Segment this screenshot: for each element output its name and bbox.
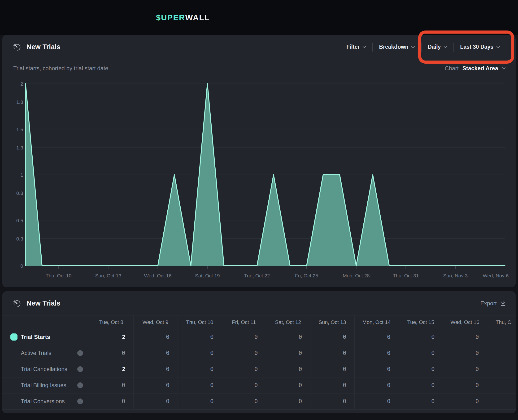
date-column-header: Thu, O bbox=[487, 316, 516, 329]
info-icon[interactable]: i bbox=[77, 398, 83, 404]
x-tick-label: Thu, Oct 10 bbox=[46, 273, 72, 278]
stacked-area-chart bbox=[2, 35, 516, 287]
superwall-logo[interactable]: $UPERWALL bbox=[156, 0, 210, 35]
table-header-row: Tue, Oct 8Wed, Oct 9Thu, Oct 10Fri, Oct … bbox=[2, 316, 516, 329]
logo-suffix: WALL bbox=[185, 13, 210, 22]
date-column-header: Wed, Oct 16 bbox=[443, 316, 487, 329]
value-cell bbox=[487, 377, 516, 393]
x-tick-label: Sat, Oct 19 bbox=[195, 273, 220, 278]
value-cell: 2 bbox=[89, 329, 133, 345]
new-trials-chart-card: New Trials Filter Breakdown Daily bbox=[2, 35, 516, 287]
y-tick-label: 0.3 bbox=[2, 236, 23, 242]
x-tick-label: Mon, Oct 28 bbox=[343, 273, 370, 278]
value-cell: 0 bbox=[222, 377, 266, 393]
value-cell: 0 bbox=[266, 361, 310, 377]
value-cell: 0 bbox=[222, 361, 266, 377]
value-cell: 0 bbox=[354, 329, 399, 345]
value-cell: 0 bbox=[354, 393, 399, 409]
y-tick-label: 1.5 bbox=[2, 127, 23, 132]
y-tick-label: 1.3 bbox=[2, 145, 23, 151]
metrics-table-wrap: Tue, Oct 8Wed, Oct 9Thu, Oct 10Fri, Oct … bbox=[2, 316, 516, 410]
value-cell: 0 bbox=[443, 393, 487, 409]
info-icon[interactable]: i bbox=[77, 366, 83, 372]
value-cell: 0 bbox=[133, 361, 178, 377]
table-card-header: New Trials Export bbox=[2, 291, 516, 315]
value-cell: 0 bbox=[178, 329, 222, 345]
value-cell: 0 bbox=[222, 393, 266, 409]
value-cell: 0 bbox=[222, 345, 266, 361]
x-tick-label: Sun, Oct 13 bbox=[95, 273, 121, 278]
value-cell: 0 bbox=[266, 377, 310, 393]
value-cell: 0 bbox=[89, 377, 133, 393]
x-tick-label: Sun, Nov 3 bbox=[443, 273, 468, 278]
value-cell: 0 bbox=[310, 393, 354, 409]
date-column-header: Tue, Oct 8 bbox=[89, 316, 133, 329]
x-tick-label: Fri, Oct 25 bbox=[295, 273, 318, 278]
value-cell bbox=[487, 329, 516, 345]
date-column-header: Sat, Oct 12 bbox=[266, 316, 310, 329]
value-cell bbox=[487, 361, 516, 377]
value-cell: 0 bbox=[399, 345, 443, 361]
value-cell: 0 bbox=[266, 329, 310, 345]
value-cell: 0 bbox=[443, 329, 487, 345]
value-cell: 0 bbox=[266, 345, 310, 361]
metric-label: Active Trials bbox=[21, 350, 51, 356]
value-cell: 0 bbox=[399, 361, 443, 377]
metric-label-cell: Trial Cancellationsi bbox=[2, 361, 89, 377]
date-column-header: Sun, Oct 13 bbox=[310, 316, 354, 329]
table-row: Trial Cancellationsi200000000 bbox=[2, 361, 516, 377]
value-cell: 0 bbox=[354, 345, 399, 361]
y-tick-label: 0.5 bbox=[2, 218, 23, 224]
value-cell: 0 bbox=[399, 329, 443, 345]
x-tick-label: Wed, Oct 16 bbox=[144, 273, 171, 278]
table-row: Active Trialsi000000000 bbox=[2, 345, 516, 361]
date-column-header: Tue, Oct 15 bbox=[399, 316, 443, 329]
metric-label-cell: Trial Conversionsi bbox=[2, 393, 89, 409]
value-cell: 0 bbox=[133, 393, 178, 409]
metric-label: Trial Billing Issues bbox=[21, 382, 67, 388]
x-tick-label: Thu, Oct 31 bbox=[393, 273, 419, 278]
timer-icon bbox=[13, 299, 21, 308]
metric-label: Trial Conversions bbox=[21, 398, 65, 404]
value-cell: 0 bbox=[133, 329, 178, 345]
value-cell: 0 bbox=[178, 345, 222, 361]
table-row: Trial Billing Issuesi000000000 bbox=[2, 377, 516, 393]
value-cell: 0 bbox=[178, 393, 222, 409]
y-tick-label: 0 bbox=[2, 263, 23, 269]
value-cell bbox=[487, 345, 516, 361]
value-cell: 0 bbox=[266, 393, 310, 409]
value-cell: 0 bbox=[354, 377, 399, 393]
metrics-table: Tue, Oct 8Wed, Oct 9Thu, Oct 10Fri, Oct … bbox=[2, 316, 516, 410]
value-cell: 0 bbox=[89, 345, 133, 361]
table-row: Trial Conversionsi000000000 bbox=[2, 393, 516, 409]
metric-label-cell: Active Trialsi bbox=[2, 345, 89, 361]
table-row: Trial Starts200000000 bbox=[2, 329, 516, 345]
date-column-header: Fri, Oct 11 bbox=[222, 316, 266, 329]
date-column-header: Wed, Oct 9 bbox=[133, 316, 178, 329]
metric-label: Trial Starts bbox=[21, 334, 50, 340]
value-cell: 0 bbox=[399, 393, 443, 409]
value-cell bbox=[487, 393, 516, 409]
value-cell: 0 bbox=[89, 393, 133, 409]
export-button[interactable]: Export bbox=[481, 300, 506, 307]
info-icon[interactable]: i bbox=[77, 350, 83, 356]
new-trials-table-card: New Trials Export Tue, Oct 8Wed, Oct 9Th… bbox=[2, 291, 516, 413]
value-cell: 0 bbox=[133, 377, 178, 393]
y-tick-label: 1 bbox=[2, 172, 23, 178]
info-icon[interactable]: i bbox=[77, 382, 83, 388]
value-cell: 0 bbox=[399, 377, 443, 393]
metric-column-header bbox=[2, 316, 89, 329]
value-cell: 0 bbox=[443, 361, 487, 377]
export-button-label: Export bbox=[481, 300, 497, 307]
value-cell: 2 bbox=[89, 361, 133, 377]
metric-label-cell: Trial Billing Issuesi bbox=[2, 377, 89, 393]
x-tick-label: Tue, Oct 22 bbox=[244, 273, 270, 278]
value-cell: 0 bbox=[310, 361, 354, 377]
value-cell: 0 bbox=[310, 377, 354, 393]
table-card-title: New Trials bbox=[26, 299, 60, 307]
y-tick-label: 0.8 bbox=[2, 190, 23, 196]
value-cell: 0 bbox=[222, 329, 266, 345]
metric-label-cell: Trial Starts bbox=[2, 329, 89, 345]
logo-prefix: $UPER bbox=[156, 13, 185, 22]
metric-label: Trial Cancellations bbox=[21, 366, 67, 372]
